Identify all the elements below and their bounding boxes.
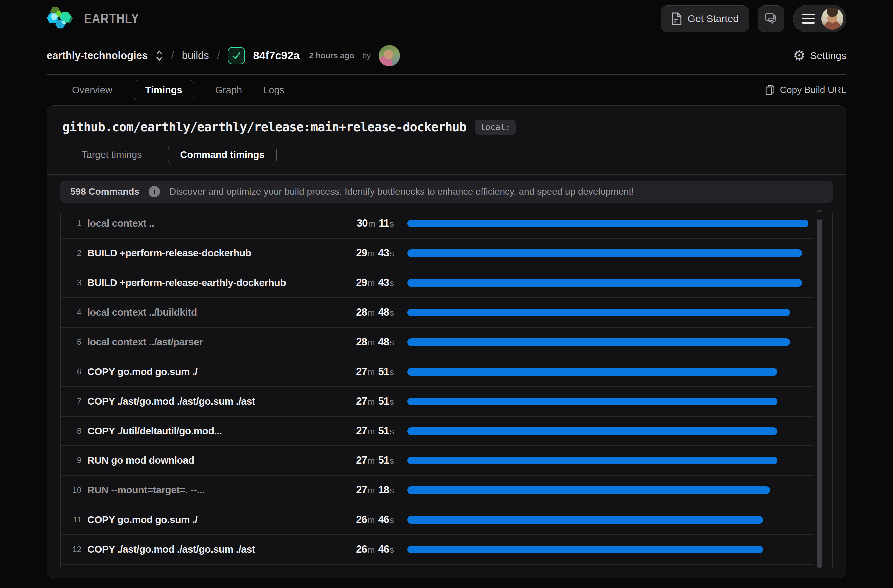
command-label: local context ../ast/parser [87, 336, 337, 348]
timings-card: github.com/earthly/earthly/release:main+… [47, 105, 846, 578]
breadcrumb-separator: / [217, 50, 220, 62]
info-message: Discover and optimize your build process… [169, 186, 634, 197]
info-icon: i [149, 186, 160, 198]
command-bar [407, 486, 770, 494]
row-number: 7 [69, 396, 81, 406]
commands-info-bar: 598 Commands i Discover and optimize you… [60, 181, 833, 203]
command-time: 30m11s [337, 218, 394, 230]
command-row[interactable]: 4 local context ../buildkitd 28m48s [61, 298, 814, 328]
chat-button[interactable] [758, 5, 784, 32]
command-row[interactable]: 9 RUN go mod download 27m51s [61, 446, 814, 476]
command-label: COPY ./ast/go.mod ./ast/go.sum ./ast [87, 544, 337, 555]
scrollbar-thumb[interactable] [817, 212, 822, 220]
local-badge: local: [475, 120, 516, 135]
command-row[interactable]: 8 COPY ./util/deltautil/go.mod... 27m51s [61, 417, 814, 446]
subtab-target-timings[interactable]: Target timings [82, 150, 142, 160]
tab-overview[interactable]: Overview [72, 85, 112, 96]
command-bar [407, 398, 777, 405]
command-time: 27m51s [337, 366, 394, 378]
tabs-row: Overview Timings Graph Logs Copy Build U… [47, 75, 846, 105]
command-label: COPY go.mod go.sum ./ [87, 514, 337, 525]
command-bar [407, 309, 790, 316]
row-number: 9 [69, 456, 81, 465]
row-number: 2 [69, 248, 81, 258]
brand-wordmark: EARTHLY [84, 10, 139, 27]
get-started-button[interactable]: Get Started [661, 5, 749, 32]
command-label: COPY ./util/deltautil/go.mod... [87, 425, 337, 436]
command-row[interactable]: 2 BUILD +perform-release-dockerhub 29m43… [61, 239, 814, 268]
title-row: github.com/earthly/earthly/release:main+… [60, 105, 833, 135]
command-label: COPY go.mod go.sum ./ [87, 366, 337, 377]
settings-button[interactable]: ⚙ Settings [793, 49, 846, 63]
earthly-logo-icon [47, 4, 76, 33]
command-bar-area [407, 486, 808, 494]
row-number: 4 [69, 308, 81, 317]
command-row[interactable]: 6 COPY go.mod go.sum ./ 27m51s [61, 357, 814, 387]
command-time: 26m46s [337, 543, 394, 555]
command-bar-area [407, 309, 808, 316]
command-row[interactable]: 11 COPY go.mod go.sum ./ 26m46s [61, 506, 814, 535]
command-row[interactable]: 5 local context ../ast/parser 28m48s [61, 328, 814, 357]
breadcrumb: earthly-technologies / builds / 84f7c92a… [47, 45, 400, 66]
row-number: 6 [69, 367, 81, 376]
user-avatar [821, 8, 843, 30]
command-time: 29m43s [337, 277, 394, 289]
command-row[interactable]: 12 COPY ./ast/go.mod ./ast/go.sum ./ast … [61, 535, 814, 565]
build-id[interactable]: 84f7c92a [253, 49, 299, 62]
row-number: 3 [69, 278, 81, 287]
builds-link[interactable]: builds [182, 50, 209, 62]
command-row[interactable]: 1 local context .. 30m11s [61, 209, 814, 239]
get-started-label: Get Started [688, 13, 739, 24]
command-bar [407, 279, 802, 286]
row-number: 8 [69, 426, 81, 435]
build-target-title: github.com/earthly/earthly/release:main+… [62, 120, 466, 134]
command-bar [407, 457, 777, 465]
breadcrumb-row: earthly-technologies / builds / 84f7c92a… [47, 37, 846, 74]
earthly-logo[interactable]: EARTHLY [47, 4, 151, 33]
build-author-label: by [362, 51, 371, 60]
top-header: EARTHLY Get Started [47, 0, 846, 37]
command-label: RUN go mod download [87, 455, 337, 466]
command-bar [407, 220, 808, 227]
org-name[interactable]: earthly-technologies [47, 50, 147, 62]
row-number: 5 [69, 337, 81, 346]
command-bar-area [407, 516, 808, 524]
tab-graph[interactable]: Graph [215, 85, 242, 96]
list-scrollbar[interactable] [817, 210, 822, 568]
command-bar-area [407, 457, 808, 465]
header-actions: Get Started [661, 5, 846, 32]
command-bar-area [407, 338, 808, 346]
command-bar [407, 368, 777, 376]
copy-build-url-label: Copy Build URL [780, 85, 846, 95]
command-label: local context .. [87, 218, 337, 229]
user-menu-button[interactable] [793, 5, 846, 32]
command-list: 1 local context .. 30m11s 2 BUILD +perfo… [61, 209, 814, 565]
command-time: 26m46s [337, 514, 394, 526]
command-bar-area [407, 220, 808, 227]
row-number: 12 [69, 545, 81, 554]
document-icon [671, 12, 683, 25]
command-bar-area [407, 546, 808, 554]
command-label: BUILD +perform-release-earthly-dockerhub [87, 277, 337, 288]
build-author-avatar [379, 45, 400, 66]
command-bar [407, 516, 763, 524]
tab-timings[interactable]: Timings [134, 80, 194, 100]
command-bar [407, 546, 763, 554]
command-row[interactable]: 10 RUN --mount=target=. --... 27m18s [61, 476, 814, 506]
command-row[interactable]: 3 BUILD +perform-release-earthly-dockerh… [61, 268, 814, 298]
command-row[interactable]: 7 COPY ./ast/go.mod ./ast/go.sum ./ast 2… [61, 387, 814, 417]
org-switcher-icon[interactable] [156, 49, 163, 62]
tab-logs[interactable]: Logs [263, 85, 284, 96]
commands-count: 598 Commands [70, 186, 139, 197]
subtab-command-timings[interactable]: Command timings [168, 144, 277, 165]
command-time: 27m51s [337, 395, 394, 407]
command-label: COPY ./ast/go.mod ./ast/go.sum ./ast [87, 396, 337, 407]
command-time: 27m51s [337, 425, 394, 437]
command-label: RUN --mount=target=. --... [87, 484, 337, 496]
command-time: 27m51s [337, 454, 394, 466]
command-bar [407, 338, 790, 346]
copy-build-url-button[interactable]: Copy Build URL [765, 84, 846, 96]
build-time-ago: 2 hours ago [309, 51, 354, 60]
row-number: 10 [69, 486, 81, 495]
build-tabs: Overview Timings Graph Logs [47, 80, 284, 100]
